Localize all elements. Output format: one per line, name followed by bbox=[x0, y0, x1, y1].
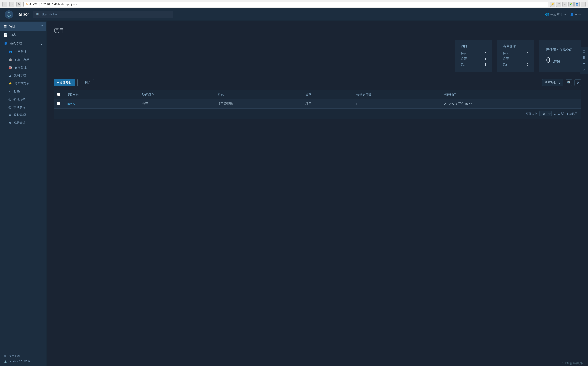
sidebar-item-config-mgmt[interactable]: ⚙ 配置管理 bbox=[0, 119, 46, 127]
main-content: 项目 项目 私有 0 公开 1 总计 1 镜像 bbox=[47, 21, 588, 366]
sidebar-items: ☰ 项目 📄 日志 👤 系统管理 ∨ 👥 用户管理 🤖 机器人账户 🏭 bbox=[0, 23, 46, 351]
sidebar-item-tags-label: 标签 bbox=[14, 89, 20, 93]
sidebar-item-user-mgmt-label: 用户管理 bbox=[15, 49, 27, 54]
new-project-button[interactable]: + 新建项目 bbox=[54, 79, 75, 86]
header-right: 🌐 中文简体 ∨ 👤 admin bbox=[545, 12, 583, 16]
search-bar[interactable]: 🔍 搜索 Harbor... bbox=[33, 11, 173, 18]
sidebar-item-user-mgmt[interactable]: 👥 用户管理 bbox=[0, 48, 46, 56]
app-header: ⚓ Harbor 🔍 搜索 Harbor... 🌐 中文简体 ∨ 👤 admin bbox=[0, 8, 588, 21]
garbage-icon: 🗑 bbox=[8, 114, 11, 117]
sidebar-item-warehouse-mgmt-label: 仓库管理 bbox=[15, 65, 27, 69]
sidebar-system-group[interactable]: 👤 系统管理 ∨ bbox=[0, 39, 46, 48]
projects-private-label: 私有 bbox=[461, 51, 467, 55]
registry-total-value: 0 bbox=[527, 63, 528, 66]
app-body: « ☰ 项目 📄 日志 👤 系统管理 ∨ 👥 用户管理 🤖 机器人账户 bbox=[0, 21, 588, 366]
search-placeholder: 搜索 Harbor... bbox=[42, 12, 60, 16]
projects-total-value: 1 bbox=[485, 63, 487, 66]
right-panel: □ ▦ ≡ ↗ bbox=[580, 47, 588, 74]
page-size-select[interactable]: 15 25 50 bbox=[539, 111, 552, 116]
registry-card-title: 镜像仓库 bbox=[503, 44, 528, 48]
search-icon: 🔍 bbox=[36, 13, 40, 16]
stats-row: 项目 私有 0 公开 1 总计 1 镜像仓库 私有 0 bbox=[54, 40, 581, 72]
projects-public-value: 1 bbox=[485, 57, 487, 61]
sidebar-item-light-theme[interactable]: ☀ 浅色主题 bbox=[4, 354, 43, 358]
sidebar-item-robot-accounts-label: 机器人账户 bbox=[15, 57, 30, 62]
sidebar-item-logs[interactable]: 📄 日志 bbox=[0, 31, 46, 39]
projects-public-row: 公开 1 bbox=[461, 57, 487, 61]
project-name-link[interactable]: library bbox=[67, 102, 75, 106]
logs-icon: 📄 bbox=[4, 33, 8, 37]
sidebar-item-logs-label: 日志 bbox=[10, 33, 16, 37]
sidebar: « ☰ 项目 📄 日志 👤 系统管理 ∨ 👥 用户管理 🤖 机器人账户 bbox=[0, 21, 47, 366]
table-header-type: 类型 bbox=[302, 90, 353, 99]
table-header-created: 创建时间 bbox=[441, 90, 581, 99]
sidebar-item-audit-service[interactable]: ◎ 审查服务 bbox=[0, 103, 46, 111]
right-panel-btn-2[interactable]: ▦ bbox=[581, 55, 587, 60]
row-checkbox-cell bbox=[54, 99, 64, 108]
refresh-button[interactable]: ↻ bbox=[16, 2, 22, 7]
user-menu[interactable]: 👤 admin bbox=[570, 13, 583, 16]
address-text: 192.168.1.48/harbor/projects bbox=[41, 3, 77, 6]
storage-stats-card: 已使用的存储空间 0 Byte bbox=[539, 40, 581, 72]
light-theme-icon: ☀ bbox=[4, 355, 6, 358]
filter-label: 所有项目 bbox=[545, 81, 557, 85]
right-panel-btn-3[interactable]: ≡ bbox=[581, 61, 587, 66]
address-bar[interactable]: ⚠ 不安全 | 192.168.1.48/harbor/projects bbox=[23, 2, 548, 7]
robot-accounts-icon: 🤖 bbox=[8, 58, 12, 61]
sidebar-item-warehouse-mgmt[interactable]: 🏭 仓库管理 bbox=[0, 63, 46, 71]
search-button[interactable]: 🔍 bbox=[565, 79, 572, 86]
row-access-cell: 公开 bbox=[139, 99, 214, 108]
profile-icon[interactable]: 👤 bbox=[574, 2, 580, 7]
table-header: 项目名称 访问级别 角色 类型 镜像仓库数 创建时间 bbox=[54, 90, 581, 99]
storage-value-row: 0 Byte bbox=[546, 56, 574, 64]
sidebar-item-dist-distribution[interactable]: ⚡ 分布式分发 bbox=[0, 79, 46, 87]
sidebar-item-project-quota[interactable]: ◎ 项目定额 bbox=[0, 95, 46, 103]
sidebar-item-projects-label: 项目 bbox=[9, 24, 15, 29]
forward-button[interactable]: → bbox=[9, 2, 15, 7]
menu-icon[interactable]: ⋮ bbox=[580, 2, 586, 7]
refresh-button[interactable]: ↻ bbox=[574, 79, 581, 86]
registry-public-value: 0 bbox=[527, 57, 528, 61]
table-header-role: 角色 bbox=[214, 90, 302, 99]
tags-icon: 🏷 bbox=[8, 90, 11, 93]
sidebar-item-audit-service-label: 审查服务 bbox=[13, 105, 25, 109]
extension-icon[interactable]: 🧩 bbox=[568, 2, 573, 7]
sidebar-item-robot-accounts[interactable]: 🤖 机器人账户 bbox=[0, 56, 46, 63]
harbor-api-icon: ⚓ bbox=[4, 360, 7, 363]
sidebar-item-replication-mgmt[interactable]: ☁ 复制管理 bbox=[0, 71, 46, 79]
distribution-icon: ⚡ bbox=[8, 82, 12, 85]
sidebar-item-garbage-cleanup[interactable]: 🗑 垃圾清理 bbox=[0, 111, 46, 119]
sidebar-item-garbage-cleanup-label: 垃圾清理 bbox=[14, 113, 26, 117]
filter-chevron-icon: ∨ bbox=[558, 81, 561, 84]
delete-button[interactable]: ✕ 删除 bbox=[77, 79, 94, 86]
sidebar-item-harbor-api[interactable]: ⚓ Harbor API V2.0 bbox=[4, 360, 43, 363]
project-filter-select[interactable]: 所有项目 ∨ bbox=[542, 79, 563, 86]
right-panel-btn-4[interactable]: ↗ bbox=[581, 67, 587, 72]
sidebar-item-dist-distribution-label: 分布式分发 bbox=[15, 81, 30, 85]
pagination-info: 1 - 1 共计 1 条记录 bbox=[554, 112, 578, 116]
anchor-icon: ⚓ bbox=[6, 12, 11, 17]
lang-switcher[interactable]: 🌐 中文简体 ∨ bbox=[545, 12, 566, 16]
registry-private-label: 私有 bbox=[503, 51, 509, 55]
sidebar-item-tags[interactable]: 🏷 标签 bbox=[0, 87, 46, 95]
app-logo: ⚓ Harbor bbox=[5, 10, 29, 19]
star-icon[interactable]: ☆ bbox=[562, 2, 567, 7]
projects-card-title: 项目 bbox=[461, 44, 487, 48]
select-all-checkbox[interactable] bbox=[57, 93, 60, 96]
sidebar-item-project-quota-label: 项目定额 bbox=[13, 97, 25, 101]
project-quota-icon: ◎ bbox=[8, 98, 11, 101]
key-icon[interactable]: 🔑 bbox=[550, 2, 555, 7]
table-body: library 公开 项目管理员 项目 0 2022/6/16 下午10:52 bbox=[54, 99, 581, 108]
row-checkbox[interactable] bbox=[57, 102, 60, 105]
sidebar-collapse-button[interactable]: « bbox=[40, 23, 45, 28]
table-header-name: 项目名称 bbox=[63, 90, 139, 99]
right-panel-btn-1[interactable]: □ bbox=[581, 49, 587, 54]
back-button[interactable]: ← bbox=[2, 2, 8, 7]
sidebar-item-projects[interactable]: ☰ 项目 bbox=[0, 23, 46, 31]
system-icon: 👤 bbox=[4, 42, 8, 45]
projects-total-row: 总计 1 bbox=[461, 62, 487, 67]
footer: CSDN @奔跑吧邓子 bbox=[559, 361, 588, 366]
share-icon[interactable]: ⬆ bbox=[556, 2, 561, 7]
row-created-cell: 2022/6/16 下午10:52 bbox=[441, 99, 581, 108]
row-type-cell: 项目 bbox=[302, 99, 353, 108]
